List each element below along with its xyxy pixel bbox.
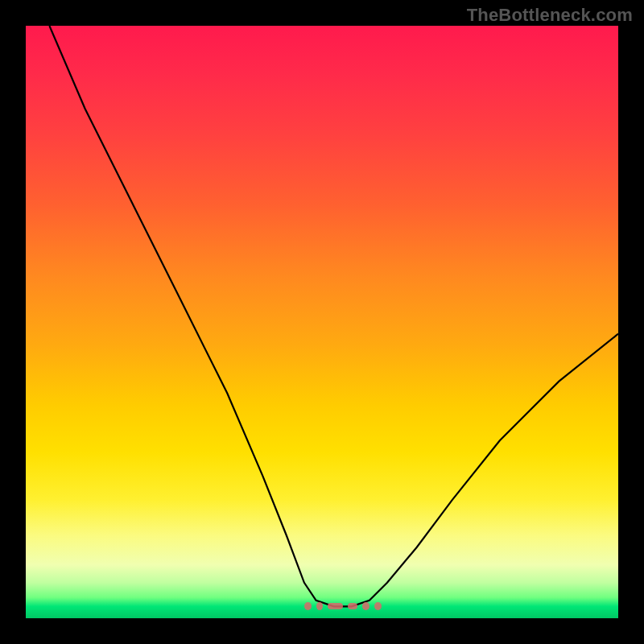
marker-bar — [348, 603, 357, 609]
marker-bar — [328, 603, 343, 609]
minimum-marker-strip — [304, 601, 382, 612]
bottleneck-curve — [26, 26, 618, 618]
marker-dot — [316, 602, 324, 610]
watermark-text: TheBottleneck.com — [467, 5, 633, 26]
marker-dot — [374, 602, 382, 610]
marker-dot — [362, 602, 369, 610]
plot-area — [26, 26, 618, 618]
marker-dot — [304, 602, 312, 610]
